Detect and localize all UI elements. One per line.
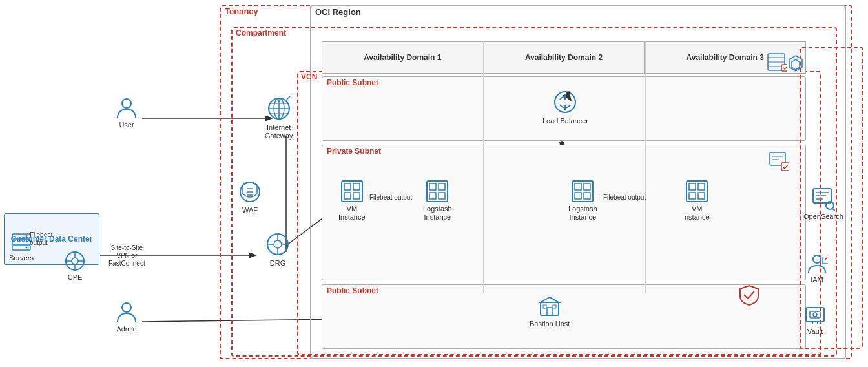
- svg-point-77: [813, 255, 821, 263]
- svg-rect-53: [698, 193, 705, 199]
- svg-point-80: [813, 313, 817, 317]
- svg-rect-47: [575, 193, 581, 199]
- opensearch-label: OpenSearch: [803, 213, 843, 221]
- svg-rect-60: [12, 240, 30, 244]
- vm-instance-2-label: VM nstance: [685, 205, 710, 222]
- svg-point-64: [25, 247, 27, 249]
- iam-label: IAM: [811, 276, 823, 284]
- svg-rect-51: [698, 184, 705, 190]
- svg-marker-89: [792, 59, 800, 70]
- svg-rect-35: [344, 184, 351, 190]
- svg-line-20: [285, 96, 291, 101]
- logstash-2-icon: [571, 180, 594, 203]
- drg-label: DRG: [270, 259, 285, 267]
- filebeat-output-2-label: Filebeat output: [603, 194, 646, 201]
- svg-rect-45: [575, 184, 581, 190]
- svg-rect-40: [429, 184, 436, 190]
- logstash-1-icon-wrap: Logstash Instance: [423, 180, 452, 222]
- private-subnet-label: Private Subnet: [327, 147, 381, 156]
- vm-instance-1-icon-wrap: VM Instance: [338, 180, 366, 222]
- svg-rect-44: [572, 181, 593, 202]
- vm-instance-1-label: VM Instance: [338, 205, 366, 222]
- security-shield-icon-wrap: [738, 283, 761, 306]
- svg-rect-93: [781, 163, 789, 171]
- logstash-1-label: Logstash Instance: [423, 205, 452, 222]
- svg-rect-59: [12, 234, 30, 238]
- svg-rect-36: [353, 184, 360, 190]
- cpe-label: CPE: [68, 273, 83, 282]
- svg-rect-34: [342, 181, 362, 202]
- vault-icon: [803, 302, 827, 326]
- load-balancer-icon-wrap: Load Balancer: [542, 89, 588, 125]
- svg-rect-42: [429, 193, 436, 199]
- vault-icon-wrap: Vault: [803, 302, 827, 336]
- svg-rect-57: [553, 305, 556, 308]
- security-check-icon-wrap: [769, 150, 789, 171]
- bastion-icon-wrap: Bastion Host: [530, 295, 570, 328]
- svg-rect-52: [689, 193, 696, 199]
- user-icon-wrap: User: [115, 96, 138, 129]
- svg-point-66: [72, 258, 78, 264]
- bastion-icon: [538, 295, 561, 318]
- waf-label: WAF: [242, 206, 258, 215]
- logstash-2-icon-wrap: Logstash Instance: [568, 180, 597, 222]
- svg-point-62: [25, 235, 27, 237]
- load-balancer-icon: [552, 89, 578, 115]
- bastion-label: Bastion Host: [530, 320, 570, 328]
- svg-point-29: [274, 240, 282, 248]
- svg-rect-49: [687, 181, 707, 202]
- cluster-icon-wrap: [783, 53, 809, 79]
- svg-point-63: [25, 241, 27, 243]
- waf-icon-wrap: WAF: [238, 180, 262, 215]
- svg-rect-61: [12, 246, 30, 250]
- svg-rect-41: [439, 184, 445, 190]
- vm-instance-2-icon: [685, 180, 708, 203]
- private-subnet: [322, 145, 806, 280]
- opensearch-icon-wrap: OpenSearch: [803, 187, 843, 221]
- svg-rect-56: [543, 305, 546, 308]
- vault-label: Vault: [807, 328, 823, 336]
- svg-rect-55: [547, 308, 552, 315]
- servers-icon: [11, 231, 32, 252]
- admin-label: Admin: [116, 325, 136, 333]
- admin-icon: [115, 300, 138, 323]
- cluster-icon: [783, 53, 809, 79]
- security-check-icon: [769, 150, 789, 171]
- svg-rect-37: [344, 193, 351, 199]
- svg-rect-48: [584, 193, 590, 199]
- public-subnet-bottom-label: Public Subnet: [327, 286, 378, 295]
- svg-rect-54: [541, 302, 559, 315]
- waf-icon: [238, 180, 262, 204]
- svg-rect-78: [806, 308, 824, 322]
- architecture-diagram: Tenancy OCI Region Compartment VCN Avail…: [0, 0, 868, 367]
- drg-icon: [265, 231, 291, 257]
- tenancy-label: Tenancy: [225, 6, 258, 16]
- servers-label: Servers: [9, 254, 34, 262]
- svg-rect-43: [439, 193, 445, 199]
- public-subnet-top-label: Public Subnet: [327, 78, 378, 87]
- user-label: User: [119, 121, 134, 129]
- vm-instance-1-icon: [340, 180, 364, 203]
- cpe-icon-wrap: CPE: [65, 251, 85, 282]
- iam-icon-wrap: IAM: [806, 252, 828, 284]
- svg-rect-50: [689, 184, 696, 190]
- logstash-2-label: Logstash Instance: [568, 205, 597, 222]
- filebeat-servers-label: Filebeatoutput: [30, 231, 53, 247]
- user-icon: [115, 96, 138, 119]
- cpe-icon: [65, 251, 85, 271]
- avail-domain-sep-1: [483, 41, 484, 293]
- drg-icon-wrap: DRG: [265, 231, 291, 267]
- filebeat-output-1-label: Filebeat output: [369, 194, 412, 201]
- compartment-label: Compartment: [236, 28, 286, 37]
- internet-gateway-icon: [266, 96, 292, 121]
- svg-line-76: [832, 209, 835, 211]
- svg-rect-46: [584, 184, 590, 190]
- admin-icon-wrap: Admin: [115, 300, 138, 333]
- svg-rect-38: [353, 193, 360, 199]
- vcn-label: VCN: [301, 72, 317, 81]
- avail-domain-2: Availability Domain 2: [484, 41, 645, 74]
- opensearch-icon: [812, 187, 835, 211]
- avail-domain-sep-2: [645, 41, 646, 293]
- svg-point-13: [122, 99, 131, 108]
- svg-rect-39: [427, 181, 448, 202]
